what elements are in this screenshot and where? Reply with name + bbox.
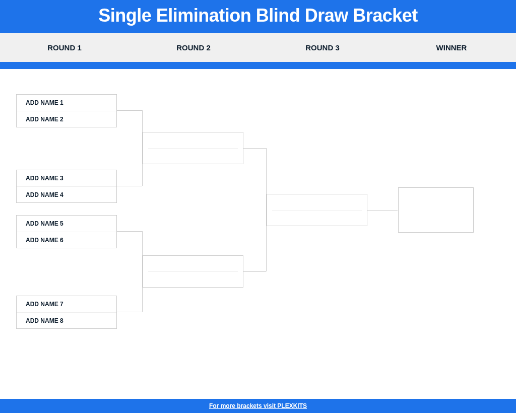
r1-match-3[interactable]: ADD NAME 5 ADD NAME 6 — [16, 215, 117, 248]
r1-slot-2[interactable]: ADD NAME 2 — [17, 111, 116, 127]
winner-box[interactable] — [398, 187, 474, 233]
r1-slot-4[interactable]: ADD NAME 4 — [17, 186, 116, 202]
r3-match-1[interactable] — [267, 194, 367, 226]
rounds-header: ROUND 1 ROUND 2 ROUND 3 WINNER — [0, 33, 516, 62]
r1-slot-7[interactable]: ADD NAME 7 — [17, 296, 116, 312]
r2-match-1[interactable] — [143, 132, 243, 164]
round-2-header: ROUND 2 — [129, 43, 258, 52]
page-title: Single Elimination Blind Draw Bracket — [0, 5, 516, 26]
r1-match-4[interactable]: ADD NAME 7 ADD NAME 8 — [16, 296, 117, 329]
r1-slot-6[interactable]: ADD NAME 6 — [17, 232, 116, 248]
r1-slot-5[interactable]: ADD NAME 5 — [17, 216, 116, 232]
title-bar: Single Elimination Blind Draw Bracket — [0, 0, 516, 33]
r2-match-2[interactable] — [143, 255, 243, 288]
r1-match-2[interactable]: ADD NAME 3 ADD NAME 4 — [16, 170, 117, 203]
footer-bar: For more brackets visit PLEXKITS — [0, 399, 516, 413]
r1-slot-3[interactable]: ADD NAME 3 — [17, 170, 116, 186]
r1-slot-8[interactable]: ADD NAME 8 — [17, 312, 116, 328]
r1-match-1[interactable]: ADD NAME 1 ADD NAME 2 — [16, 94, 117, 127]
round-3-header: ROUND 3 — [258, 43, 387, 52]
footer-link[interactable]: For more brackets visit PLEXKITS — [209, 402, 307, 409]
divider-stripe — [0, 62, 516, 69]
bracket-area: ADD NAME 1 ADD NAME 2 ADD NAME 3 ADD NAM… — [0, 69, 516, 366]
round-1-header: ROUND 1 — [0, 43, 129, 52]
r1-slot-1[interactable]: ADD NAME 1 — [17, 95, 116, 111]
winner-header: WINNER — [387, 43, 516, 52]
